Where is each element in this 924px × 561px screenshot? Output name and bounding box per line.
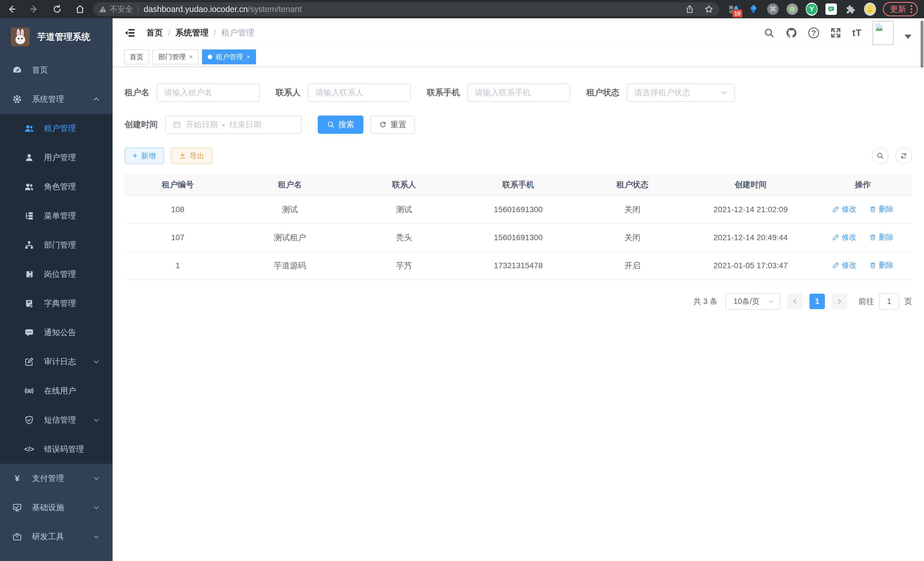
delete-link[interactable]: 删除 — [869, 204, 894, 214]
reset-button[interactable]: 重置 — [370, 116, 415, 134]
divider — [138, 5, 139, 13]
cell-created: 2021-01-05 17:03:47 — [687, 252, 813, 280]
trash-icon — [869, 206, 877, 213]
security-label: 不安全 — [110, 4, 133, 14]
toggle-search-button[interactable] — [872, 147, 889, 164]
main-panel: 首页 / 系统管理 / 租户管理 ? — [112, 18, 924, 561]
avatar-caret-icon[interactable] — [904, 35, 911, 39]
tenant-name-input[interactable] — [164, 88, 252, 97]
sidebar-item-sms[interactable]: 短信管理 — [0, 405, 112, 435]
app-logo[interactable]: 芋道管理系统 — [0, 18, 112, 56]
sidebar-item-audit-log[interactable]: 审计日志 — [0, 347, 112, 376]
tags-view-bar: 首页 部门管理 × 租户管理 × — [112, 47, 924, 67]
fullscreen-icon[interactable] — [830, 27, 842, 39]
tab-home[interactable]: 首页 — [124, 50, 149, 64]
yen-icon: ¥ — [11, 473, 23, 484]
breadcrumb-separator: / — [168, 28, 170, 38]
profile-avatar-icon[interactable] — [864, 3, 876, 15]
sidebar-toggle-icon[interactable] — [124, 27, 136, 39]
search-button[interactable]: 搜索 — [318, 116, 363, 134]
sidebar-item-tenant[interactable]: 租户管理 — [0, 114, 112, 143]
help-icon[interactable]: ? — [808, 27, 819, 38]
address-bar[interactable]: 不安全 dashboard.yudao.iocoder.cn/system/te… — [93, 2, 719, 16]
sidebar-item-label: 审计日志 — [44, 356, 93, 367]
extension-chat-icon[interactable] — [825, 3, 837, 15]
browser-forward-icon[interactable] — [29, 4, 39, 14]
cell-tenant-id: 108 — [124, 196, 231, 224]
sidebar-item-dev-tools[interactable]: 研发工具 — [0, 522, 112, 551]
delete-link[interactable]: 删除 — [869, 232, 894, 242]
bookmark-star-icon[interactable] — [704, 4, 714, 14]
browser-update-button[interactable]: 更新 — [883, 2, 918, 16]
refresh-icon — [379, 121, 387, 129]
sidebar-item-home[interactable]: 首页 — [0, 56, 112, 85]
export-button[interactable]: 导出 — [171, 147, 213, 164]
breadcrumb-home[interactable]: 首页 — [146, 27, 163, 39]
pagination: 共 3 条 10条/页 1 前往 — [124, 293, 912, 310]
browser-menu-icon[interactable] — [910, 5, 912, 13]
extension-dot-icon[interactable] — [786, 3, 798, 15]
chevron-up-icon — [93, 96, 100, 103]
search-button-label: 搜索 — [338, 119, 354, 130]
extension-y-icon[interactable]: Y — [806, 3, 818, 15]
sidebar-item-notice[interactable]: 通知公告 — [0, 318, 112, 347]
screen: 不安全 dashboard.yudao.iocoder.cn/system/te… — [0, 0, 924, 561]
sidebar-item-dict[interactable]: 字典管理 — [0, 289, 112, 318]
share-icon[interactable] — [685, 5, 694, 14]
sidebar-item-role[interactable]: 角色管理 — [0, 172, 112, 201]
tenant-name-label: 租户名 — [124, 87, 149, 98]
logo-image — [11, 27, 30, 46]
sidebar-item-dept[interactable]: 部门管理 — [0, 230, 112, 260]
tab-tenant[interactable]: 租户管理 × — [202, 50, 256, 64]
sidebar-item-user[interactable]: 用户管理 — [0, 143, 112, 172]
chevron-down-icon — [93, 358, 100, 365]
cell-mobile: 17321315478 — [459, 252, 577, 280]
extension-tabs-icon[interactable]: 10 — [728, 3, 740, 15]
sidebar-item-post[interactable]: 岗位管理 — [0, 260, 112, 289]
edit-link[interactable]: 修改 — [832, 204, 856, 214]
add-button[interactable]: + 新增 — [124, 147, 164, 164]
contact-input[interactable] — [315, 88, 404, 97]
edit-link[interactable]: 修改 — [832, 260, 856, 270]
browser-back-icon[interactable] — [6, 4, 16, 14]
font-size-icon[interactable]: tT — [852, 27, 862, 38]
sidebar-item-system[interactable]: 系统管理 — [0, 85, 112, 114]
sidebar-item-menu[interactable]: 菜单管理 — [0, 201, 112, 230]
sidebar-item-label: 部门管理 — [44, 240, 112, 250]
extension-kite-icon[interactable] — [747, 3, 759, 15]
column-header: 联系手机 — [459, 174, 577, 196]
browser-reload-icon[interactable] — [52, 4, 62, 14]
browser-home-icon[interactable] — [75, 4, 85, 14]
cell-tenant-name: 测试租户 — [231, 224, 349, 252]
scrollbar-thumb[interactable] — [921, 21, 923, 68]
extensions-puzzle-icon[interactable] — [844, 3, 856, 15]
plus-icon: + — [133, 152, 138, 160]
page-number-active[interactable]: 1 — [809, 294, 825, 309]
mobile-input[interactable] — [475, 88, 563, 97]
goto-page-input[interactable] — [879, 293, 899, 310]
status-select[interactable]: 请选择租户状态 — [627, 83, 735, 102]
tab-close-icon[interactable]: × — [247, 53, 250, 61]
extension-command-icon[interactable]: ⌘ — [767, 3, 779, 15]
table-header-row: 租户编号 租户名 联系人 联系手机 租户状态 创建时间 操作 — [124, 174, 912, 196]
sidebar-item-error-code[interactable]: </> 错误码管理 — [0, 435, 112, 464]
date-range-picker[interactable]: 开始日期 - 结束日期 — [165, 116, 302, 134]
prev-page-button[interactable] — [787, 294, 802, 309]
breadcrumb-system[interactable]: 系统管理 — [176, 27, 208, 39]
sidebar-item-label: 角色管理 — [44, 181, 112, 192]
security-status[interactable]: 不安全 — [99, 4, 133, 14]
next-page-button[interactable] — [832, 294, 847, 309]
page-size-select[interactable]: 10条/页 — [725, 293, 780, 310]
refresh-table-button[interactable] — [896, 147, 912, 164]
avatar[interactable] — [873, 21, 894, 45]
sidebar-item-payment[interactable]: ¥ 支付管理 — [0, 464, 112, 493]
tab-close-icon[interactable]: × — [189, 53, 193, 61]
delete-link[interactable]: 删除 — [869, 260, 894, 270]
tab-dept[interactable]: 部门管理 × — [153, 50, 199, 64]
sidebar-item-infrastructure[interactable]: 基础设施 — [0, 493, 112, 522]
header-search-icon[interactable] — [764, 27, 775, 38]
github-icon[interactable] — [785, 27, 797, 39]
create-time-label: 创建时间 — [124, 119, 158, 130]
edit-link[interactable]: 修改 — [832, 232, 856, 242]
sidebar-item-online-users[interactable]: 在线用户 — [0, 376, 112, 405]
